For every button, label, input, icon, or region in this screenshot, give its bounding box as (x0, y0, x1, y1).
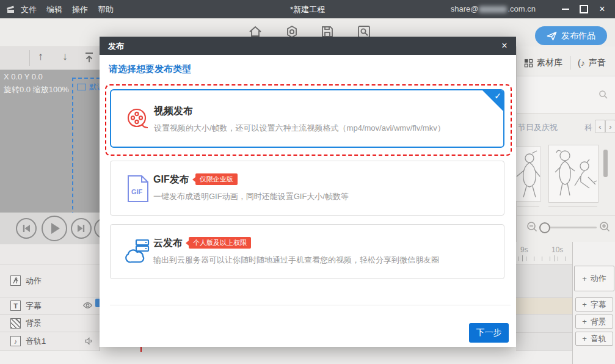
next-step-button[interactable]: 下一步 (469, 323, 509, 343)
option-description: 一键发布成透明GIF动画，同时还能设置GIF大小/帧数等 (153, 191, 349, 202)
library-panel: 素材库 (♪ 声音 节日及庆祝 科 ‹ › (516, 46, 615, 242)
add-button-label: 字幕 (591, 299, 606, 310)
category-label[interactable]: 节日及庆祝 (518, 122, 558, 133)
account-prefix: share@ (451, 4, 479, 13)
plus-icon: + (582, 300, 587, 309)
option-title-row: 云发布个人版及以上权限 (153, 237, 439, 250)
audio-icon: ♪ (10, 336, 21, 346)
plus-icon: + (582, 317, 587, 326)
footer-divider (110, 305, 511, 305)
asset-thumbnail[interactable] (548, 145, 599, 203)
next-button[interactable] (71, 218, 92, 239)
search-icon[interactable] (599, 90, 608, 100)
titlebar: 文件 编辑 操作 帮助 *新建工程 share@.com.cn × (0, 0, 615, 18)
menu-operation[interactable]: 操作 (72, 4, 88, 15)
category-next-button[interactable]: › (605, 120, 615, 133)
minimize-button[interactable] (558, 0, 573, 18)
maximize-button[interactable] (576, 0, 592, 18)
track-row-background[interactable]: 背景 (0, 314, 100, 332)
plus-icon: + (582, 274, 587, 283)
license-badge: 仅限企业版 (195, 173, 238, 185)
menu-file[interactable]: 文件 (21, 4, 37, 15)
search-box[interactable] (517, 76, 615, 114)
speaker-icon[interactable] (84, 337, 93, 345)
zoom-slider-handle[interactable] (539, 222, 550, 233)
timeline-row-subtitle[interactable] (516, 297, 572, 314)
sketch-character-image (549, 145, 598, 202)
tab-sound[interactable]: (♪ 声音 (578, 57, 606, 68)
option-cloud-publish[interactable]: 云发布个人版及以上权限 输出到云服务器可以让你随时随地通过手机查看您的视频，轻松… (110, 224, 504, 279)
add-background-button[interactable]: +背景 (575, 315, 613, 329)
add-action-button[interactable]: +动作 (574, 266, 614, 291)
thumbnail-caption-line (548, 206, 597, 206)
option-title-row: GIF发布仅限企业版 (153, 173, 349, 186)
ruler-minor-ticks (518, 257, 572, 261)
add-subtitle-button[interactable]: +字幕 (575, 297, 613, 311)
selection-frame-icon (77, 84, 86, 90)
tab-label: 素材库 (537, 57, 562, 68)
add-audio-button[interactable]: +音轨 (575, 332, 613, 346)
publish-work-button[interactable]: 发布作品 (535, 26, 607, 45)
grid-icon (524, 59, 533, 68)
option-description: 输出到云服务器可以让你随时随地通过手机查看您的视频，轻松分享到微信朋友圈 (153, 255, 439, 266)
play-button[interactable] (42, 216, 67, 241)
track-label: 字幕 (26, 300, 42, 311)
timeline-row-background[interactable] (516, 314, 572, 332)
cloud-server-icon (124, 238, 151, 265)
track-row-subtitle[interactable]: T 字幕 (0, 297, 100, 314)
dialog-title: 发布 (108, 41, 124, 52)
option-gif-publish[interactable]: GIF GIF发布仅限企业版 一键发布成透明GIF动画，同时还能设置GIF大小/… (110, 161, 504, 216)
ruler-tick-label: 9s (520, 246, 528, 254)
account-redacted (479, 6, 507, 13)
close-icon: × (599, 4, 605, 15)
option-video-publish[interactable]: ✓ 视频发布 设置视频的大小/帧数，还可以设置六种主流视频格式（mp4/mov/… (110, 89, 504, 148)
option-description: 设置视频的大小/帧数，还可以设置六种主流视频格式（mp4/mov/avi/wmv… (154, 123, 445, 134)
background-icon (10, 318, 21, 329)
add-track-column: +动作 +字幕 +背景 +音轨 (572, 242, 615, 364)
track-row-audio[interactable]: ♪ 音轨1 (0, 332, 100, 350)
playhead-marker[interactable] (140, 346, 142, 352)
dialog-header[interactable]: 发布 × (100, 37, 516, 55)
action-icon (10, 275, 21, 286)
eye-icon[interactable] (82, 302, 93, 309)
paper-plane-icon (547, 31, 557, 41)
timeline-row-action[interactable] (516, 264, 572, 297)
maximize-icon (580, 5, 588, 13)
move-down-icon[interactable]: ↓ (62, 50, 68, 63)
option-title: 云发布 (153, 238, 183, 248)
app-logo-icon (6, 5, 16, 13)
tab-material-library[interactable]: 素材库 (524, 57, 562, 68)
timeline-row-audio[interactable] (516, 332, 572, 351)
category-prev-button[interactable]: ‹ (595, 120, 605, 133)
menu-help[interactable]: 帮助 (98, 4, 114, 15)
subtitle-icon: T (10, 300, 21, 311)
ruler-tick-label: 10s (551, 246, 563, 254)
track-row-action[interactable]: 动作 (0, 264, 100, 297)
thumbnail-caption-line (517, 206, 539, 206)
previous-button[interactable] (16, 218, 37, 239)
zoom-out-icon[interactable] (526, 221, 538, 233)
timeline-footer (100, 351, 615, 364)
add-button-label: 背景 (591, 316, 606, 327)
move-up-icon[interactable]: ↑ (38, 50, 43, 63)
option-title: GIF发布 (153, 174, 189, 184)
next-icon (72, 219, 90, 238)
dialog-close-button[interactable]: × (498, 40, 511, 52)
window-title: *新建工程 (290, 4, 325, 15)
add-button-label: 音轨 (591, 333, 606, 344)
video-reel-icon (126, 107, 149, 132)
play-icon (43, 217, 66, 240)
zoom-in-icon[interactable] (599, 221, 611, 233)
gif-icon-text: GIF (131, 188, 143, 195)
category-label-partial[interactable]: 科 (584, 122, 592, 133)
track-label: 音轨1 (26, 336, 46, 347)
option-title: 视频发布 (154, 105, 445, 118)
gif-file-icon: GIF (126, 175, 150, 203)
license-badge: 个人版及以上权限 (189, 237, 251, 249)
bring-to-front-icon[interactable] (83, 51, 95, 64)
menu-edit[interactable]: 编辑 (46, 4, 62, 15)
scrollbar-thumb[interactable] (603, 150, 608, 177)
track-list: 动作 T 字幕 背景 ♪ 音轨1 (0, 244, 100, 364)
close-button[interactable]: × (594, 0, 610, 18)
toolbar-divider (29, 50, 30, 66)
